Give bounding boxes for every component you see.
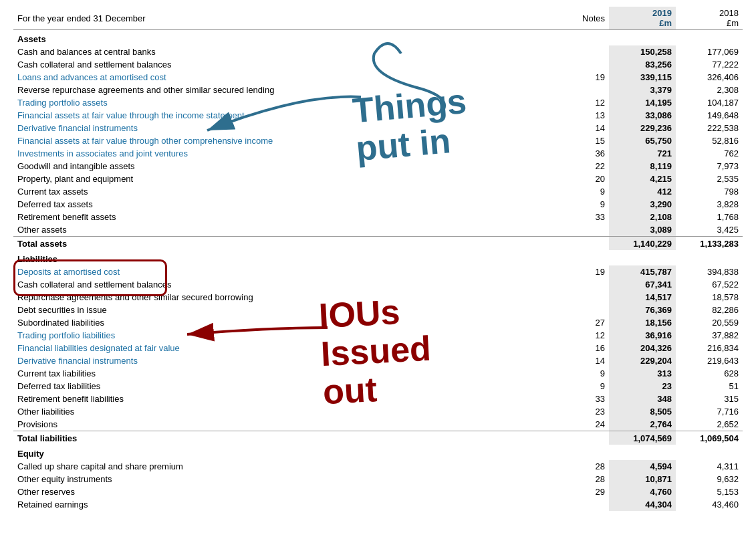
row-label: Financial assets at fair value through o… [13,134,569,147]
table-row: Goodwill and intangible assets228,1197,9… [13,160,743,173]
row-value-2019: 76,369 [609,304,676,316]
row-notes: 14 [569,354,609,367]
table-row: Other equity instruments2810,8719,632 [13,473,743,485]
row-value-2018: 1,768 [676,211,743,223]
row-label: Deferred tax liabilities [13,380,569,393]
row-value-2018: 51 [676,380,743,393]
row-notes [569,58,609,71]
row-value-2019: 65,750 [609,134,676,147]
row-notes: 29 [569,485,609,498]
row-value-2019: 412 [609,185,676,198]
section-header: Equity [13,445,743,460]
total-notes [569,431,609,445]
row-value-2019: 8,505 [609,405,676,418]
row-value-2019: 3,290 [609,198,676,211]
row-label: Trading portfolio liabilities [13,329,569,342]
row-value-2018: 2,535 [676,173,743,185]
table-row: Financial liabilities designated at fair… [13,342,743,354]
row-notes [569,304,609,316]
row-value-2019: 150,258 [609,45,676,58]
row-value-2018: 5,153 [676,485,743,498]
row-label: Deposits at amortised cost [13,265,569,278]
row-value-2018: 7,973 [676,160,743,173]
row-value-2019: 8,119 [609,160,676,173]
row-value-2018: 222,538 [676,122,743,134]
row-label: Provisions [13,418,569,431]
row-value-2019: 313 [609,367,676,380]
row-value-2018: 104,187 [676,96,743,109]
row-value-2019: 10,871 [609,473,676,485]
row-notes: 36 [569,147,609,160]
row-notes: 28 [569,473,609,485]
row-label: Derivative financial instruments [13,122,569,134]
row-label: Current tax assets [13,185,569,198]
row-value-2019: 2,764 [609,418,676,431]
row-value-2018: 219,643 [676,354,743,367]
row-label: Cash collateral and settlement balances [13,58,569,71]
period-header: For the year ended 31 December [13,7,569,30]
year-2018-header: 2018 £m [676,7,743,30]
row-value-2019: 83,256 [609,58,676,71]
table-row: Financial assets at fair value through t… [13,109,743,122]
row-value-2019: 204,326 [609,342,676,354]
table-row: Property, plant and equipment204,2152,53… [13,173,743,185]
row-value-2018: 77,222 [676,58,743,71]
table-row: Provisions242,7642,652 [13,418,743,431]
row-notes: 13 [569,109,609,122]
row-notes: 33 [569,211,609,223]
row-label: Cash collateral and settlement balances [13,278,569,291]
row-notes: 9 [569,198,609,211]
row-label: Deferred tax assets [13,198,569,211]
row-value-2019: 14,195 [609,96,676,109]
row-value-2018: 7,716 [676,405,743,418]
row-label: Financial liabilities designated at fair… [13,342,569,354]
row-notes: 12 [569,329,609,342]
table-row: Trading portfolio assets1214,195104,187 [13,96,743,109]
row-value-2019: 721 [609,147,676,160]
table-row: Loans and advances at amortised cost1933… [13,71,743,84]
table-row: Trading portfolio liabilities1236,91637,… [13,329,743,342]
row-label: Other assets [13,223,569,237]
section-header-label: Liabilities [13,250,743,265]
row-value-2018: 18,578 [676,291,743,304]
year-2019-header: 2019 £m [609,7,676,30]
row-value-2018: 37,882 [676,329,743,342]
row-label: Current tax liabilities [13,367,569,380]
total-row: Total liabilities1,074,5691,069,504 [13,431,743,445]
row-label: Goodwill and intangible assets [13,160,569,173]
row-value-2019: 23 [609,380,676,393]
table-row: Current tax assets9412798 [13,185,743,198]
row-value-2018: 149,648 [676,109,743,122]
row-value-2018: 798 [676,185,743,198]
row-value-2018: 4,311 [676,460,743,473]
row-notes [569,223,609,237]
row-value-2018: 628 [676,367,743,380]
row-value-2018: 3,425 [676,223,743,237]
row-label: Retirement benefit liabilities [13,393,569,405]
row-value-2019: 3,089 [609,223,676,237]
row-notes [569,291,609,304]
row-value-2018: 177,069 [676,45,743,58]
section-header: Liabilities [13,250,743,265]
table-row: Called up share capital and share premiu… [13,460,743,473]
row-notes: 23 [569,405,609,418]
row-label: Called up share capital and share premiu… [13,460,569,473]
table-row: Retirement benefit liabilities33348315 [13,393,743,405]
row-value-2018: 216,834 [676,342,743,354]
total-value-2019: 1,074,569 [609,431,676,445]
total-row: Total assets1,140,2291,133,283 [13,237,743,251]
row-value-2018: 67,522 [676,278,743,291]
row-notes: 12 [569,96,609,109]
row-notes: 20 [569,173,609,185]
row-label: Subordinated liabilities [13,316,569,329]
row-label: Cash and balances at central banks [13,45,569,58]
row-value-2019: 348 [609,393,676,405]
row-notes [569,278,609,291]
row-value-2018: 2,652 [676,418,743,431]
row-value-2018: 394,838 [676,265,743,278]
row-label: Reverse repurchase agreements and other … [13,84,569,96]
row-value-2018: 20,559 [676,316,743,329]
row-label: Derivative financial instruments [13,354,569,367]
total-label: Total assets [13,237,569,251]
row-label: Other equity instruments [13,473,569,485]
